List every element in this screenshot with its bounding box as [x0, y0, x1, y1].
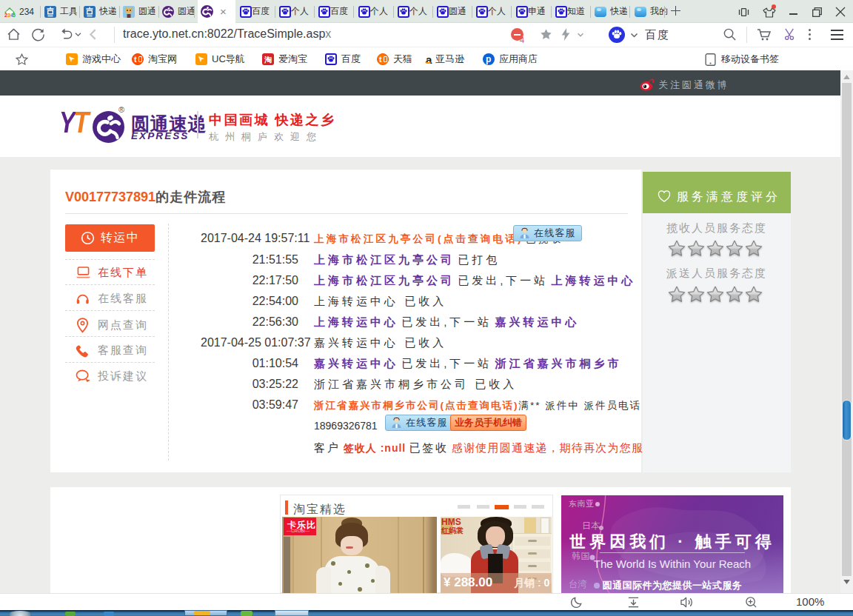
svg-text:5: 5: [13, 13, 16, 18]
